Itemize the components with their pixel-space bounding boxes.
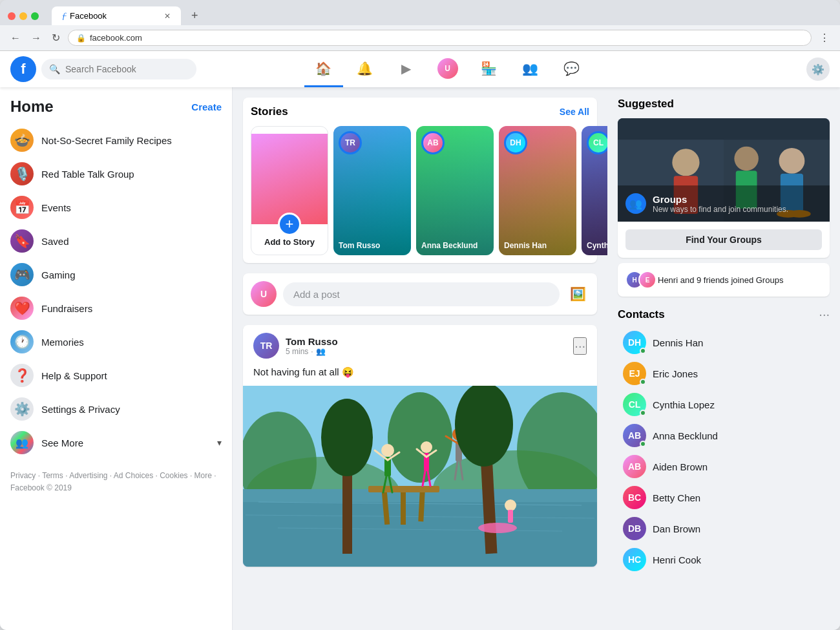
contact-item-3[interactable]: AB Anna Becklund bbox=[618, 420, 830, 451]
contact-avatar-1: EJ bbox=[623, 362, 646, 385]
contact-name-5: Betty Chen bbox=[653, 492, 700, 503]
svg-rect-14 bbox=[368, 486, 439, 492]
sidebar-item-fundraisers[interactable]: ❤️ Fundraisers bbox=[5, 291, 227, 325]
contact-item-2[interactable]: CL Cynthia Lopez bbox=[618, 389, 830, 420]
joined-avatar-2: E bbox=[638, 271, 656, 289]
address-bar[interactable]: 🔒 facebook.com bbox=[68, 30, 812, 46]
nav-watch-button[interactable]: ▶ bbox=[387, 51, 426, 87]
find-groups-button[interactable]: Find Your Groups bbox=[625, 229, 822, 250]
sidebar-item-saved[interactable]: 🔖 Saved bbox=[5, 224, 227, 258]
search-icon: 🔍 bbox=[49, 64, 60, 74]
sidebar-item-memories[interactable]: 🕐 Memories bbox=[5, 325, 227, 359]
forward-button[interactable]: → bbox=[28, 30, 44, 47]
story-add-card[interactable]: + Add to Story bbox=[251, 126, 328, 255]
story-name: Cynthia Lopez bbox=[587, 241, 607, 250]
post-card: TR Tom Russo 5 mins · 👥 ··· Not having f… bbox=[243, 325, 597, 567]
search-box[interactable]: 🔍 bbox=[41, 59, 196, 79]
sidebar-item-settings[interactable]: ⚙️ Settings & Privacy bbox=[5, 392, 227, 426]
right-nav-icons: ⚙️ bbox=[806, 58, 830, 81]
post-user-info: Tom Russo 5 mins · 👥 bbox=[286, 336, 567, 356]
memories-icon: 🕐 bbox=[10, 330, 34, 353]
sidebar-item-red-table[interactable]: 🎙️ Red Table Talk Group bbox=[5, 157, 227, 191]
nav-groups-button[interactable]: 👥 bbox=[511, 51, 550, 87]
story-avatar: TR bbox=[339, 131, 362, 154]
post-time: 5 mins bbox=[286, 347, 308, 356]
sidebar-item-events[interactable]: 📅 Events bbox=[5, 191, 227, 224]
joined-info: H E Henri and 9 friends joined Groups bbox=[618, 263, 830, 297]
contact-item-7[interactable]: HC Henri Cook bbox=[618, 544, 830, 575]
nav-profile-button[interactable]: U bbox=[428, 51, 467, 87]
sidebar-item-label: Events bbox=[41, 202, 71, 213]
groups-btn-area: Find Your Groups bbox=[618, 222, 830, 258]
fundraisers-icon: ❤️ bbox=[10, 297, 34, 320]
contacts-more-button[interactable]: ··· bbox=[819, 307, 830, 322]
search-input[interactable] bbox=[65, 64, 189, 74]
post-input[interactable]: Add a post bbox=[283, 282, 560, 306]
nav-notifications-button[interactable]: 🔔 bbox=[346, 51, 384, 87]
svg-point-21 bbox=[421, 441, 432, 453]
svg-point-39 bbox=[478, 523, 517, 533]
family-recipes-icon: 🍲 bbox=[10, 129, 34, 152]
browser-toolbar: ← → ↻ 🔒 facebook.com ⋮ bbox=[0, 25, 840, 51]
contact-name-4: Aiden Brown bbox=[653, 461, 708, 472]
story-card-0[interactable]: TR Tom Russo bbox=[333, 126, 411, 255]
settings-icon: ⚙️ bbox=[10, 397, 34, 421]
sidebar-item-see-more[interactable]: 👥 See More ▾ bbox=[5, 426, 227, 459]
dot-separator: · bbox=[311, 347, 313, 356]
facebook-app: f 🔍 🏠 🔔 ▶ U 🏪 👥 💬 ⚙️ bbox=[0, 51, 840, 630]
sidebar-item-label: Settings & Privacy bbox=[41, 404, 120, 415]
story-card-3[interactable]: CL Cynthia Lopez bbox=[582, 126, 607, 255]
nav-home-button[interactable]: 🏠 bbox=[304, 51, 343, 87]
contact-item-6[interactable]: DB Dan Brown bbox=[618, 513, 830, 544]
new-tab-button[interactable]: + bbox=[186, 9, 204, 23]
tab-close-icon[interactable]: ✕ bbox=[164, 12, 171, 21]
right-sidebar: Suggested bbox=[607, 87, 840, 630]
post-user-avatar: TR bbox=[253, 333, 279, 359]
contact-item-0[interactable]: DH Dennis Han bbox=[618, 327, 830, 358]
sidebar-title: Home bbox=[10, 98, 54, 116]
sidebar-create-button[interactable]: Create bbox=[191, 101, 222, 112]
joined-avatars: H E bbox=[625, 271, 651, 289]
minimize-dot[interactable] bbox=[19, 12, 27, 20]
tab-favicon: 𝓯 bbox=[62, 10, 65, 21]
contact-item-4[interactable]: AB Aiden Brown bbox=[618, 451, 830, 482]
refresh-button[interactable]: ↻ bbox=[49, 29, 63, 47]
story-card-1[interactable]: AB Anna Becklund bbox=[416, 126, 494, 255]
contact-item-1[interactable]: EJ Eric Jones bbox=[618, 358, 830, 389]
tab-title: Facebook bbox=[70, 11, 107, 21]
help-icon: ❓ bbox=[10, 364, 34, 387]
nav-marketplace-button[interactable]: 🏪 bbox=[470, 51, 509, 87]
sidebar-item-label: See More bbox=[41, 437, 83, 448]
post-photo-icon[interactable]: 🖼️ bbox=[566, 282, 589, 306]
suggested-section: Suggested bbox=[618, 98, 830, 297]
story-avatar: AB bbox=[421, 131, 445, 154]
browser-menu-button[interactable]: ⋮ bbox=[817, 29, 832, 47]
online-indicator bbox=[640, 410, 646, 416]
stories-see-all-button[interactable]: See All bbox=[560, 107, 589, 117]
story-name: Dennis Han bbox=[504, 241, 571, 250]
contact-name-7: Henri Cook bbox=[653, 554, 701, 565]
post-username: Tom Russo bbox=[286, 336, 567, 347]
browser-tab[interactable]: 𝓯 Facebook ✕ bbox=[52, 6, 181, 25]
contact-name-0: Dennis Han bbox=[653, 337, 703, 348]
post-more-button[interactable]: ··· bbox=[573, 337, 587, 355]
sidebar-item-family-recipes[interactable]: 🍲 Not-So-Secret Family Recipes bbox=[5, 123, 227, 157]
contact-avatar-2: CL bbox=[623, 393, 646, 416]
nav-messenger-button[interactable]: 💬 bbox=[552, 51, 591, 87]
settings-button[interactable]: ⚙️ bbox=[806, 58, 830, 81]
online-indicator bbox=[640, 379, 646, 385]
contact-item-5[interactable]: BC Betty Chen bbox=[618, 482, 830, 513]
svg-point-15 bbox=[381, 444, 394, 457]
close-dot[interactable] bbox=[8, 12, 16, 20]
footer-text: Privacy · Terms · Advertising · Ad Choic… bbox=[10, 471, 216, 492]
sidebar-item-label: Red Table Talk Group bbox=[41, 169, 134, 180]
sidebar-item-gaming[interactable]: 🎮 Gaming bbox=[5, 258, 227, 291]
back-button[interactable]: ← bbox=[8, 30, 23, 47]
maximize-dot[interactable] bbox=[31, 12, 39, 20]
sidebar-item-label: Gaming bbox=[41, 269, 76, 280]
post-header: TR Tom Russo 5 mins · 👥 ··· bbox=[243, 325, 597, 366]
story-card-2[interactable]: DH Dennis Han bbox=[499, 126, 576, 255]
saved-icon: 🔖 bbox=[10, 229, 34, 253]
sidebar-item-help[interactable]: ❓ Help & Support bbox=[5, 359, 227, 392]
browser-titlebar: 𝓯 Facebook ✕ + bbox=[0, 0, 840, 25]
